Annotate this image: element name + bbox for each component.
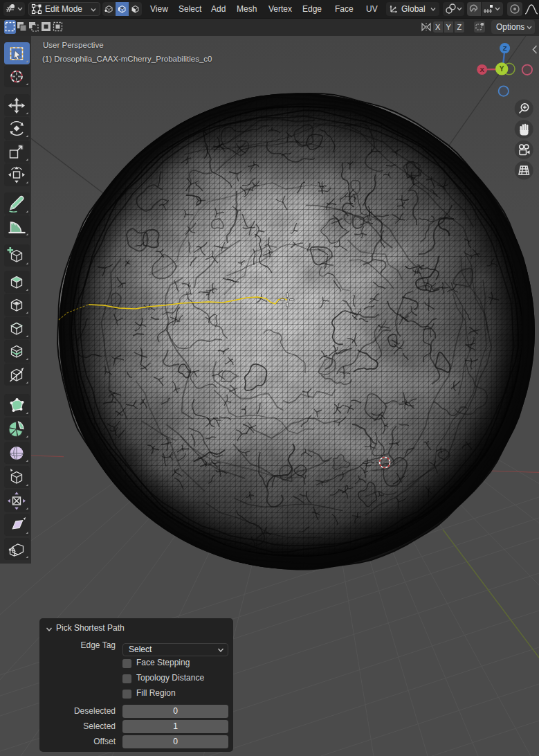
svg-text:Y: Y bbox=[500, 65, 504, 73]
svg-text:X: X bbox=[480, 66, 485, 73]
svg-text:Z: Z bbox=[503, 44, 507, 52]
